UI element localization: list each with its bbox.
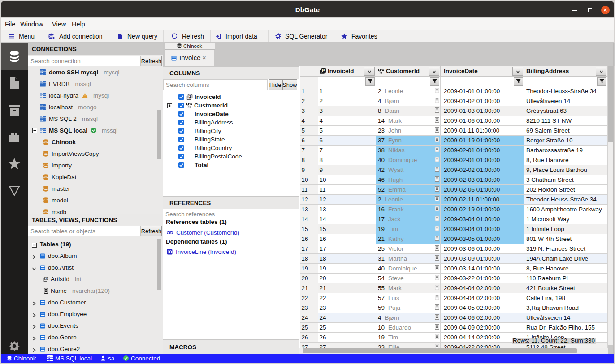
svg-text:1: 1 (323, 68, 325, 73)
svg-text:1: 1 (189, 94, 191, 98)
svg-text:1: 1 (45, 277, 47, 280)
